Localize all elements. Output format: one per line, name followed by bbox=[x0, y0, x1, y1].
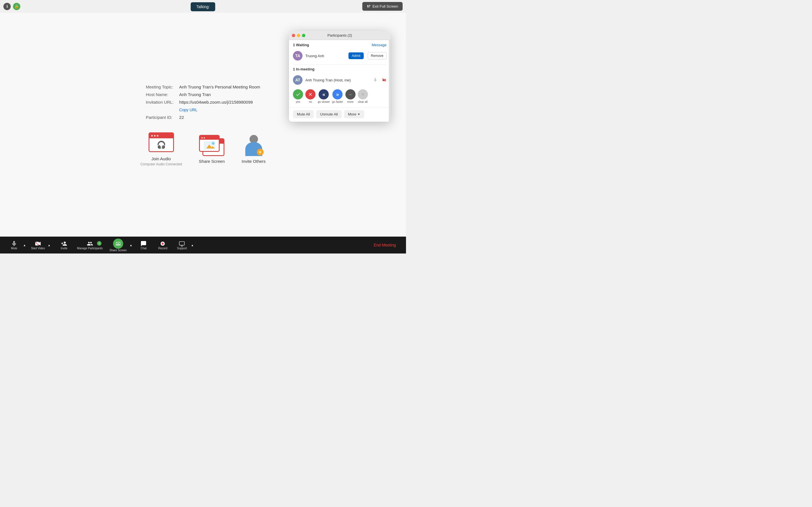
reaction-yes-button[interactable]: yes bbox=[293, 89, 303, 103]
support-caret[interactable]: ▲ bbox=[190, 244, 194, 247]
participant-mic-icon bbox=[373, 78, 377, 82]
clear-all-label: clear all bbox=[358, 100, 368, 103]
join-audio-icon: 🎧 ↑ bbox=[149, 132, 174, 154]
maximize-window-button[interactable] bbox=[302, 34, 305, 37]
talking-badge: Talking: bbox=[191, 2, 215, 11]
share-screen-toolbar-button[interactable]: Share Screen bbox=[107, 238, 129, 252]
unmute-all-button[interactable]: Unmute All bbox=[316, 110, 342, 118]
participants-count-badge: 2 bbox=[97, 241, 101, 245]
action-icons: 🎧 ↑ Join Audio Computer Audio Connected bbox=[140, 132, 266, 166]
panel-body: 1 Waiting Message TA Truong Anh Admit Re… bbox=[289, 40, 391, 108]
top-left-icons: ℹ 🔒 bbox=[3, 3, 20, 10]
top-bar: ℹ 🔒 Talking: Exit Full Screen bbox=[0, 0, 406, 13]
mute-all-button[interactable]: Mute All bbox=[293, 110, 314, 118]
invite-others-icon: + bbox=[243, 135, 265, 156]
no-icon bbox=[305, 89, 315, 100]
more-options-button[interactable]: More ▼ bbox=[344, 110, 364, 118]
talking-label: Talking: bbox=[196, 4, 209, 9]
info-icon[interactable]: ℹ bbox=[3, 3, 11, 10]
in-meeting-section-header: 1 In-meeting bbox=[293, 67, 387, 71]
reaction-clear-all-button[interactable]: clear all bbox=[358, 89, 368, 103]
chevron-down-icon: ▼ bbox=[357, 113, 360, 116]
go-faster-icon: » bbox=[333, 89, 343, 100]
reaction-more-button[interactable]: ··· more bbox=[345, 89, 356, 103]
panel-bottom-buttons: Mute All Unmute All More ▼ bbox=[289, 108, 391, 122]
more-reactions-label: more bbox=[347, 100, 354, 103]
chat-label: Chat bbox=[141, 247, 147, 250]
meeting-info: Meeting Topic: Anh Truong Tran's Persona… bbox=[143, 83, 263, 121]
share-screen-icon bbox=[199, 135, 224, 156]
close-window-button[interactable] bbox=[292, 34, 295, 37]
participants-panel: Participants (2) 1 Waiting Message TA Tr… bbox=[289, 31, 391, 122]
support-button[interactable]: Support bbox=[173, 240, 190, 250]
reaction-no-button[interactable]: no bbox=[305, 89, 315, 103]
invite-others-item[interactable]: + Invite Others bbox=[242, 135, 266, 164]
waiting-participant-avatar: TA bbox=[293, 51, 303, 61]
minimize-window-button[interactable] bbox=[297, 34, 300, 37]
waiting-section-title: 1 Waiting bbox=[293, 43, 309, 47]
yes-icon bbox=[293, 89, 303, 100]
support-icon bbox=[179, 240, 185, 247]
remove-button[interactable]: Remove bbox=[368, 52, 387, 59]
join-audio-item[interactable]: 🎧 ↑ Join Audio Computer Audio Connected bbox=[140, 132, 182, 166]
record-icon bbox=[160, 240, 166, 247]
traffic-lights bbox=[292, 34, 305, 37]
more-options-label: More bbox=[348, 112, 356, 116]
invite-label: Invite bbox=[61, 247, 67, 250]
record-label: Record bbox=[158, 247, 167, 250]
chat-icon bbox=[140, 240, 147, 247]
svg-point-2 bbox=[212, 142, 214, 145]
url-value: https://us04web.zoom.us/j/2158980099 bbox=[176, 98, 263, 106]
message-button[interactable]: Message bbox=[371, 43, 387, 47]
go-slower-icon: « bbox=[319, 89, 329, 100]
in-meeting-participant-avatar: AT bbox=[293, 75, 303, 85]
start-video-button[interactable]: Start Video bbox=[29, 240, 47, 250]
manage-participants-button[interactable]: 2 Manage Participants bbox=[75, 240, 105, 250]
more-reactions-icon: ··· bbox=[345, 89, 356, 100]
share-screen-item[interactable]: Share Screen bbox=[199, 135, 225, 164]
join-audio-sublabel: Computer Audio Connected bbox=[140, 162, 182, 166]
video-caret[interactable]: ▲ bbox=[47, 244, 51, 247]
exit-fullscreen-icon bbox=[367, 4, 371, 8]
svg-rect-8 bbox=[179, 241, 185, 245]
copy-url-link[interactable]: Copy URL bbox=[179, 108, 198, 112]
yes-label: yes bbox=[296, 100, 300, 103]
participant-id-label: Participant ID: bbox=[143, 114, 176, 121]
mute-label: Mute bbox=[11, 247, 17, 250]
host-value: Anh Truong Tran bbox=[176, 91, 263, 98]
host-label: Host Name: bbox=[143, 91, 176, 98]
share-screen-toolbar-label: Share Screen bbox=[109, 249, 126, 252]
start-video-label: Start Video bbox=[31, 247, 45, 250]
panel-title: Participants (2) bbox=[327, 33, 352, 38]
divider-1 bbox=[293, 64, 387, 65]
bottom-toolbar: Mute ▲ Start Video ▲ Invite 2 Manage Par… bbox=[0, 237, 406, 253]
shield-icon[interactable]: 🔒 bbox=[13, 3, 20, 10]
exit-fullscreen-button[interactable]: Exit Full Screen bbox=[362, 2, 403, 11]
admit-button[interactable]: Admit bbox=[349, 52, 364, 59]
svg-marker-5 bbox=[39, 242, 40, 245]
end-meeting-button[interactable]: End Meeting bbox=[369, 240, 400, 249]
share-screen-toolbar-icon bbox=[113, 238, 123, 249]
reactions-row: yes no « go slower » go faster ··· bbox=[293, 87, 387, 105]
waiting-section-header: 1 Waiting Message bbox=[293, 43, 387, 47]
share-screen-caret[interactable]: ▲ bbox=[129, 244, 133, 247]
mute-button[interactable]: Mute bbox=[6, 240, 22, 250]
join-audio-label: Join Audio bbox=[151, 156, 171, 161]
invite-button[interactable]: Invite bbox=[56, 240, 72, 250]
mute-caret[interactable]: ▲ bbox=[22, 244, 27, 247]
no-label: no bbox=[309, 100, 312, 103]
waiting-participant-row: TA Truong Anh Admit Remove bbox=[293, 49, 387, 62]
panel-scrollbar[interactable] bbox=[389, 40, 391, 122]
clear-all-icon bbox=[358, 89, 368, 100]
support-label: Support bbox=[177, 247, 187, 250]
panel-titlebar: Participants (2) bbox=[289, 31, 391, 40]
image-placeholder-icon bbox=[204, 141, 215, 150]
svg-point-7 bbox=[162, 242, 164, 244]
chat-button[interactable]: Chat bbox=[135, 240, 152, 250]
record-button[interactable]: Record bbox=[154, 240, 171, 250]
mute-icon bbox=[11, 240, 17, 247]
manage-participants-label: Manage Participants bbox=[77, 247, 103, 250]
reaction-go-faster-button[interactable]: » go faster bbox=[332, 89, 343, 103]
topic-value: Anh Truong Tran's Personal Meeting Room bbox=[176, 83, 263, 91]
reaction-go-slower-button[interactable]: « go slower bbox=[318, 89, 330, 103]
